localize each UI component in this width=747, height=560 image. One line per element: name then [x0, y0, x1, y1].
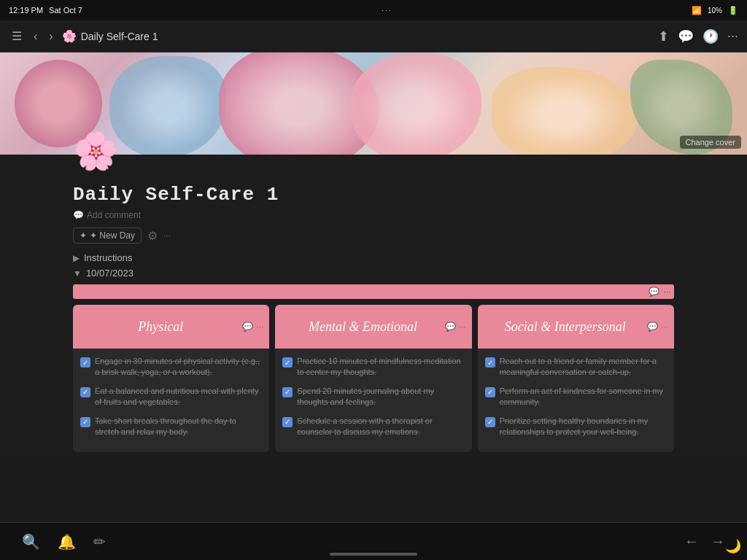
mental-text-1: Practice 10 minutes of mindfulness medit… [297, 356, 464, 378]
status-date: Sat Oct 7 [49, 6, 82, 15]
battery-graphic: 🔋 [728, 6, 738, 15]
physical-header-actions: 💬 ··· [242, 322, 263, 332]
comment-icon[interactable]: 💬 [678, 28, 694, 44]
social-checkbox-1[interactable]: ✓ [485, 357, 495, 368]
bottom-nav-left: 🔍 🔔 ✏ [22, 533, 106, 551]
nav-page-icon: 🌸 [62, 29, 77, 43]
menu-icon[interactable]: ☰ [9, 26, 25, 46]
bottom-nav: 🔍 🔔 ✏ ← → [0, 522, 747, 560]
comment-bubble-icon: 💬 [73, 210, 84, 220]
physical-checkbox-1[interactable]: ✓ [80, 357, 90, 368]
flower-decoration-2 [109, 56, 226, 155]
bottom-nav-right: ← → [684, 533, 725, 550]
social-item-2: ✓ Perform an act of kindness for someone… [485, 386, 667, 408]
mental-checkbox-1[interactable]: ✓ [282, 357, 293, 368]
new-day-button[interactable]: ✦ ✦ New Day [73, 228, 142, 244]
instructions-row[interactable]: ▶ Instructions [73, 252, 674, 263]
social-item-3: ✓ Prioritize setting healthy boundaries … [485, 416, 667, 438]
physical-item-1: ✓ Engage in 30 minutes of physical activ… [80, 356, 262, 378]
status-center: ··· [382, 6, 392, 15]
mental-emotional-header-actions: 💬 ··· [445, 322, 466, 332]
moon-icon: 🌙 [725, 538, 741, 554]
battery-icon: 10% [708, 7, 722, 15]
physical-text-1: Engage in 30 minutes of physical activit… [95, 356, 262, 378]
social-checkbox-3[interactable]: ✓ [485, 417, 495, 427]
social-comment-icon[interactable]: 💬 [647, 322, 658, 332]
social-text-3: Prioritize setting healthy boundaries in… [500, 416, 667, 438]
history-icon[interactable]: 🕐 [703, 28, 719, 44]
mental-text-3: Schedule a session with a therapist or c… [297, 416, 464, 438]
instructions-arrow: ▶ [73, 253, 80, 263]
columns-container: Physical 💬 ··· ✓ Engage in 30 minutes of… [73, 305, 674, 452]
physical-header: Physical 💬 ··· [73, 305, 269, 349]
date-label: 10/07/2023 [86, 268, 133, 279]
new-day-icon: ✦ [80, 230, 87, 241]
social-checklist: ✓ Reach out to a friend or family member… [478, 349, 674, 452]
status-left: 12:19 PM Sat Oct 7 [9, 6, 82, 15]
page-emoji-icon: 🌸 [73, 133, 118, 169]
edit-icon[interactable]: ✏ [93, 533, 106, 551]
social-header-actions: 💬 ··· [647, 322, 668, 332]
share-icon[interactable]: ⬆ [658, 28, 669, 44]
social-more-icon[interactable]: ··· [661, 322, 668, 332]
toolbar-row: ✦ ✦ New Day ⚙ ··· [73, 228, 674, 244]
mental-emotional-column: Mental & Emotional 💬 ··· ✓ Practice 10 m… [275, 305, 471, 452]
physical-item-3: ✓ Take short breaks throughout the day t… [80, 416, 262, 438]
physical-checkbox-3[interactable]: ✓ [80, 417, 90, 427]
content-area: Daily Self-Care 1 💬 Add comment ✦ ✦ New … [0, 176, 747, 459]
physical-text-3: Take short breaks throughout the day to … [95, 416, 262, 438]
mental-item-1: ✓ Practice 10 minutes of mindfulness med… [282, 356, 464, 378]
physical-text-2: Eat a balanced and nutritious meal with … [95, 386, 262, 408]
mental-emotional-title: Mental & Emotional [281, 319, 444, 335]
nav-title-area: 🌸 Daily Self-Care 1 [62, 29, 158, 43]
physical-title: Physical [79, 319, 242, 335]
mental-comment-icon[interactable]: 💬 [445, 322, 456, 332]
forward-icon[interactable]: › [46, 27, 55, 46]
physical-checklist: ✓ Engage in 30 minutes of physical activ… [73, 349, 269, 452]
progress-more-icon[interactable]: ··· [664, 287, 671, 297]
progress-comment-icon[interactable]: 💬 [649, 287, 659, 297]
social-header: Social & Interpersonal 💬 ··· [478, 305, 674, 349]
status-right: 📶 10% 🔋 [692, 6, 738, 15]
social-column: Social & Interpersonal 💬 ··· ✓ Reach out… [478, 305, 674, 452]
back-icon[interactable]: ‹ [31, 27, 40, 46]
date-row[interactable]: ▼ 10/07/2023 [73, 268, 674, 279]
nav-back-icon[interactable]: ← [684, 533, 699, 550]
social-title: Social & Interpersonal [484, 319, 647, 335]
mental-item-2: ✓ Spend 20 minutes journaling about my t… [282, 386, 464, 408]
mental-checkbox-2[interactable]: ✓ [282, 387, 293, 397]
bell-icon[interactable]: 🔔 [58, 533, 76, 551]
instructions-label: Instructions [84, 252, 132, 263]
social-checkbox-2[interactable]: ✓ [485, 387, 495, 397]
home-indicator [330, 553, 417, 556]
status-dots: ··· [382, 6, 392, 15]
more-icon[interactable]: ··· [727, 28, 738, 44]
physical-column: Physical 💬 ··· ✓ Engage in 30 minutes of… [73, 305, 269, 452]
mental-text-2: Spend 20 minutes journaling about my tho… [297, 386, 464, 408]
status-time: 12:19 PM [9, 6, 43, 15]
mental-checkbox-3[interactable]: ✓ [282, 417, 293, 427]
new-day-label: ✦ New Day [90, 230, 135, 241]
social-text-1: Reach out to a friend or family member f… [500, 356, 667, 378]
flower-decoration-4 [350, 52, 481, 155]
settings-icon[interactable]: ⚙ [147, 229, 158, 243]
nav-bar: ☰ ‹ › 🌸 Daily Self-Care 1 ⬆ 💬 🕐 ··· [0, 20, 747, 52]
toolbar-more-icon[interactable]: ··· [163, 230, 171, 241]
nav-forward-icon[interactable]: → [711, 533, 725, 550]
mental-more-icon[interactable]: ··· [459, 322, 466, 332]
mental-item-3: ✓ Schedule a session with a therapist or… [282, 416, 464, 438]
change-cover-button[interactable]: Change cover [680, 136, 742, 149]
physical-comment-icon[interactable]: 💬 [242, 322, 253, 332]
date-arrow: ▼ [73, 268, 82, 279]
physical-more-icon[interactable]: ··· [256, 322, 263, 332]
progress-bar-actions: 💬 ··· [649, 287, 671, 297]
flower-decoration-5 [492, 67, 638, 155]
add-comment-label: Add comment [87, 210, 141, 220]
physical-checkbox-2[interactable]: ✓ [80, 387, 90, 397]
search-icon[interactable]: 🔍 [22, 533, 40, 551]
page-icon-container: 🌸 [0, 155, 747, 176]
add-comment-row[interactable]: 💬 Add comment [73, 210, 674, 220]
page-title: Daily Self-Care 1 [73, 184, 674, 206]
mental-emotional-header: Mental & Emotional 💬 ··· [275, 305, 471, 349]
status-bar: 12:19 PM Sat Oct 7 ··· 📶 10% 🔋 [0, 0, 747, 20]
